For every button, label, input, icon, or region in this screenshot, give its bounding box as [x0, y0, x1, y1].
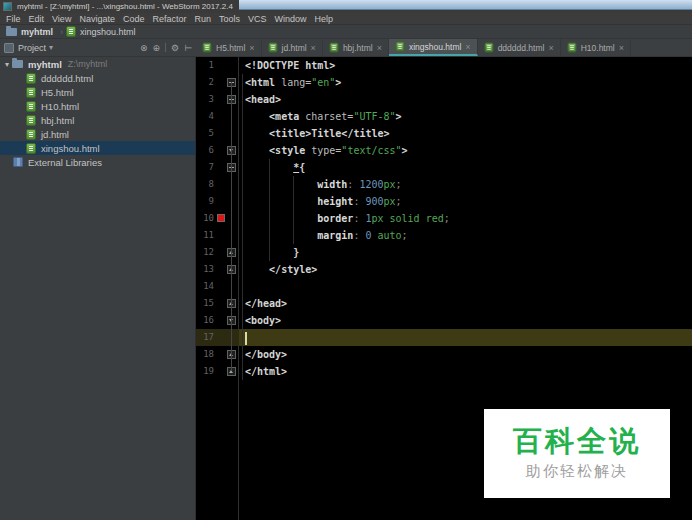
breadcrumb: myhtml›xingshou.html: [0, 25, 692, 39]
editor-tab-H5.html[interactable]: H5.html×: [196, 39, 262, 56]
code-token: 900: [365, 196, 383, 207]
menu-bar: FileEditViewNavigateCodeRefactorRunTools…: [0, 13, 692, 25]
project-tree-item-dddddd-html[interactable]: dddddd.html: [0, 71, 195, 85]
code-line[interactable]: <head>: [239, 91, 692, 108]
code-line[interactable]: <html lang="en">: [239, 74, 692, 91]
indent-guide: [269, 159, 270, 261]
menu-item-run[interactable]: Run: [190, 13, 215, 25]
line-number: 1: [196, 57, 214, 74]
code-token: [245, 213, 317, 224]
code-line[interactable]: <!DOCTYPE html>: [239, 57, 692, 74]
code-token: <head>: [245, 94, 281, 105]
code-line[interactable]: </style>: [239, 261, 692, 278]
code-token: [245, 111, 269, 122]
project-tree-item-h5-html[interactable]: H5.html: [0, 85, 195, 99]
project-tree-item-jd-html[interactable]: jd.html: [0, 127, 195, 141]
code-line[interactable]: </body>: [239, 346, 692, 363]
close-icon[interactable]: ×: [311, 43, 316, 53]
code-token: Title: [311, 128, 341, 139]
close-icon[interactable]: ×: [548, 43, 553, 53]
project-tree-item-external-libraries[interactable]: External Libraries: [0, 155, 195, 169]
project-tree-item-h10-html[interactable]: H10.html: [0, 99, 195, 113]
code-line[interactable]: height: 900px;: [239, 193, 692, 210]
code-line[interactable]: border: 1px solid red;: [239, 210, 692, 227]
project-tree-item-hbj-html[interactable]: hbj.html: [0, 113, 195, 127]
code-token: [245, 230, 317, 241]
code-token: 1200: [359, 179, 383, 190]
code-line[interactable]: width: 1200px;: [239, 176, 692, 193]
chevron-down-icon[interactable]: ▾: [49, 43, 53, 52]
editor-tab-xingshou.html[interactable]: xingshou.html×: [389, 39, 478, 56]
watermark: 百科全说 助你轻松解决: [484, 409, 670, 498]
watermark-subtitle: 助你轻松解决: [526, 462, 628, 481]
collapse-all-icon[interactable]: ⊗: [140, 43, 148, 53]
tree-item-path: Z:\myhtml: [68, 59, 108, 69]
breadcrumb-item[interactable]: xingshou.html: [66, 26, 136, 37]
tab-label: H10.html: [581, 43, 615, 53]
code-token: :: [353, 213, 365, 224]
close-icon[interactable]: ×: [377, 43, 382, 53]
code-token: </title>: [341, 128, 389, 139]
code-token: <title>: [269, 128, 311, 139]
menu-item-code[interactable]: Code: [119, 13, 149, 25]
code-line[interactable]: <meta charset="UTF-8">: [239, 108, 692, 125]
tree-item-label: jd.html: [41, 129, 69, 140]
code-token: <!DOCTYPE html>: [245, 60, 335, 71]
menu-item-refactor[interactable]: Refactor: [148, 13, 190, 25]
menu-item-edit[interactable]: Edit: [25, 13, 49, 25]
code-token: <body>: [245, 315, 281, 326]
code-token: </html>: [245, 366, 287, 377]
menu-item-tools[interactable]: Tools: [215, 13, 244, 25]
html-file-icon: [329, 43, 338, 53]
editor-tab-H10.html[interactable]: H10.html×: [561, 39, 631, 56]
main-area: ▾myhtmlZ:\myhtmldddddd.htmlH5.htmlH10.ht…: [0, 57, 692, 520]
menu-item-file[interactable]: File: [2, 13, 25, 25]
code-line[interactable]: [239, 278, 692, 295]
title-bar: myhtml - [Z:\myhtml] - ...\xingshou.html…: [0, 0, 692, 13]
html-file-icon: [26, 129, 36, 140]
code-line[interactable]: <body>: [239, 312, 692, 329]
tree-item-label: hbj.html: [41, 115, 74, 126]
code-line[interactable]: </html>: [239, 363, 692, 380]
code-line[interactable]: [239, 329, 692, 346]
folder-icon: [6, 28, 17, 36]
line-number: 11: [196, 227, 214, 244]
color-swatch-red[interactable]: [217, 214, 225, 222]
project-panel-title[interactable]: Project: [18, 43, 46, 53]
breadcrumb-item[interactable]: myhtml: [6, 27, 53, 37]
code-token: :: [347, 179, 359, 190]
chevron-expanded-icon[interactable]: ▾: [2, 60, 12, 69]
menu-item-navigate[interactable]: Navigate: [75, 13, 119, 25]
line-number: 5: [196, 125, 214, 142]
hide-panel-icon[interactable]: ⊢: [184, 43, 192, 53]
close-icon[interactable]: ×: [465, 42, 470, 52]
html-file-icon: [567, 43, 576, 53]
code-token: ;: [396, 196, 402, 207]
editor-tab-hbj.html[interactable]: hbj.html×: [323, 39, 389, 56]
code-line[interactable]: </head>: [239, 295, 692, 312]
settings-icon[interactable]: ⚙: [171, 43, 179, 53]
close-icon[interactable]: ×: [249, 43, 254, 53]
code-line[interactable]: *{: [239, 159, 692, 176]
project-tree-item-xingshou-html[interactable]: xingshou.html: [0, 141, 195, 155]
menu-item-help[interactable]: Help: [311, 13, 338, 25]
code-token: [245, 179, 317, 190]
background-window-strip: [239, 0, 692, 10]
code-line[interactable]: <style type="text/css">: [239, 142, 692, 159]
menu-item-vcs[interactable]: VCS: [244, 13, 271, 25]
menu-item-view[interactable]: View: [48, 13, 75, 25]
code-line[interactable]: margin: 0 auto;: [239, 227, 692, 244]
close-icon[interactable]: ×: [619, 43, 624, 53]
code-line[interactable]: <title>Title</title>: [239, 125, 692, 142]
locate-icon[interactable]: ⊕: [153, 43, 161, 53]
editor-tab-dddddd.html[interactable]: dddddd.html×: [478, 39, 561, 56]
code-token: >: [402, 145, 408, 156]
code-line[interactable]: }: [239, 244, 692, 261]
top-row: Project ▾ ⊗⊕⚙⊢ H5.html×jd.html×hbj.html×…: [0, 39, 692, 57]
editor[interactable]: 12345678910111213141516171819 <!DOCTYPE …: [196, 57, 692, 520]
menu-item-window[interactable]: Window: [271, 13, 311, 25]
code-token: "text/css": [341, 145, 401, 156]
editor-tab-jd.html[interactable]: jd.html×: [262, 39, 323, 56]
tab-label: jd.html: [282, 43, 307, 53]
project-tree-item-myhtml[interactable]: ▾myhtmlZ:\myhtml: [0, 57, 195, 71]
